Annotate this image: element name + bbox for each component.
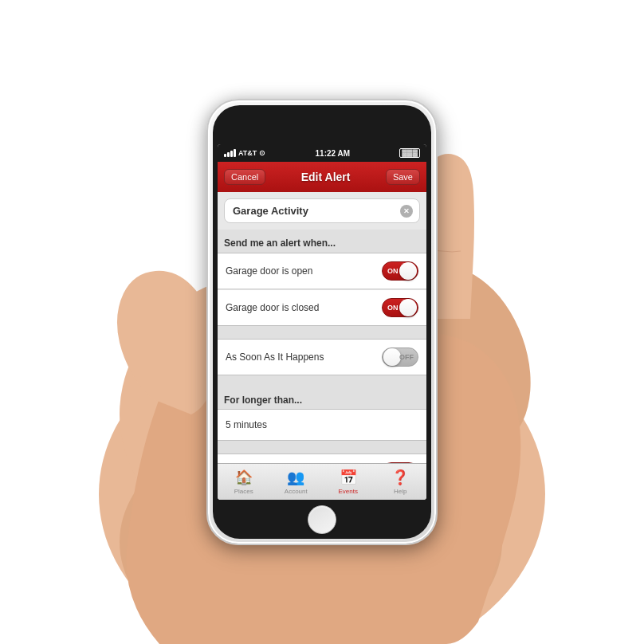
signal-bar-1 bbox=[224, 154, 226, 157]
duration-item[interactable]: 5 minutes bbox=[218, 410, 426, 440]
signal-bar-2 bbox=[227, 152, 230, 157]
garage-closed-toggle[interactable]: ON bbox=[382, 298, 418, 317]
account-label: Account bbox=[285, 488, 308, 495]
garage-open-item[interactable]: Garage door is open ON bbox=[218, 253, 426, 289]
timing-toggle-knob bbox=[383, 348, 401, 366]
events-label: Events bbox=[339, 488, 358, 495]
tab-help[interactable]: ❓ Help bbox=[375, 469, 427, 495]
cancel-button[interactable]: Cancel bbox=[224, 169, 265, 185]
longer-section-header: For longer than... bbox=[218, 388, 426, 409]
phone-frame: AT&T ⊙ 11:22 AM ▓▓▓ Cancel Edit Alert Sa… bbox=[206, 99, 438, 545]
timing-group-inner: As Soon As It Happens OFF bbox=[218, 339, 426, 375]
tab-bar: 🏠 Places 👥 Account 📅 Events ❓ bbox=[218, 463, 426, 500]
timing-label: As Soon As It Happens bbox=[226, 351, 324, 363]
tab-places[interactable]: 🏠 Places bbox=[218, 469, 270, 495]
garage-open-toggle[interactable]: ON bbox=[382, 261, 418, 281]
title-field-container: Garage Activity ✕ bbox=[218, 192, 426, 230]
timing-item[interactable]: As Soon As It Happens OFF bbox=[218, 340, 426, 375]
timing-group: As Soon As It Happens OFF bbox=[218, 339, 426, 379]
status-left: AT&T ⊙ bbox=[224, 149, 265, 157]
title-field[interactable]: Garage Activity ✕ bbox=[224, 198, 420, 223]
status-time: 11:22 AM bbox=[316, 149, 351, 158]
garage-open-toggle-label: ON bbox=[387, 267, 399, 275]
tab-events[interactable]: 📅 Events bbox=[322, 469, 375, 495]
garage-closed-label: Garage door is closed bbox=[226, 302, 319, 313]
garage-open-label: Garage door is open bbox=[226, 265, 312, 277]
home-button[interactable] bbox=[308, 505, 336, 534]
group-spacer-1 bbox=[218, 329, 426, 339]
status-bar: AT&T ⊙ 11:22 AM ▓▓▓ bbox=[218, 144, 426, 162]
scrollable-content: Garage Activity ✕ Send me an alert when.… bbox=[218, 192, 426, 500]
signal-bar-4 bbox=[234, 149, 236, 157]
group-spacer-3 bbox=[218, 444, 426, 454]
duration-label: 5 minutes bbox=[226, 419, 267, 430]
garage-closed-toggle-label: ON bbox=[387, 304, 399, 312]
toggle-group-inner: Garage door is open ON Garage door is cl… bbox=[218, 253, 426, 326]
timing-toggle[interactable]: OFF bbox=[382, 348, 418, 367]
help-icon: ❓ bbox=[391, 469, 409, 486]
scene: AT&T ⊙ 11:22 AM ▓▓▓ Cancel Edit Alert Sa… bbox=[0, 0, 644, 644]
screen: AT&T ⊙ 11:22 AM ▓▓▓ Cancel Edit Alert Sa… bbox=[218, 144, 426, 500]
group-spacer-2 bbox=[218, 379, 426, 388]
alert-section-header: Send me an alert when... bbox=[218, 230, 426, 253]
places-icon: 🏠 bbox=[235, 469, 253, 486]
duration-group-inner: 5 minutes bbox=[218, 409, 426, 441]
garage-open-toggle-knob bbox=[399, 262, 417, 280]
toggle-group: Garage door is open ON Garage door is cl… bbox=[218, 253, 426, 329]
nav-bar: Cancel Edit Alert Save bbox=[218, 162, 426, 192]
garage-closed-item[interactable]: Garage door is closed ON bbox=[218, 289, 426, 325]
wifi-icon: ⊙ bbox=[259, 149, 265, 157]
title-field-clear-button[interactable]: ✕ bbox=[400, 205, 413, 218]
places-label: Places bbox=[234, 488, 253, 495]
signal-bar-3 bbox=[230, 151, 233, 157]
timing-toggle-label: OFF bbox=[399, 353, 414, 361]
title-field-text: Garage Activity bbox=[233, 205, 308, 217]
carrier-label: AT&T bbox=[238, 149, 257, 157]
duration-group: 5 minutes bbox=[218, 409, 426, 444]
battery-indicator: ▓▓▓ bbox=[399, 149, 420, 157]
help-label: Help bbox=[394, 488, 406, 495]
tab-account[interactable]: 👥 Account bbox=[270, 469, 323, 495]
save-button[interactable]: Save bbox=[386, 169, 420, 185]
nav-title: Edit Alert bbox=[301, 171, 351, 183]
signal-bars bbox=[224, 149, 236, 157]
account-icon: 👥 bbox=[287, 469, 304, 486]
garage-closed-toggle-knob bbox=[399, 299, 417, 316]
events-icon: 📅 bbox=[340, 469, 357, 486]
